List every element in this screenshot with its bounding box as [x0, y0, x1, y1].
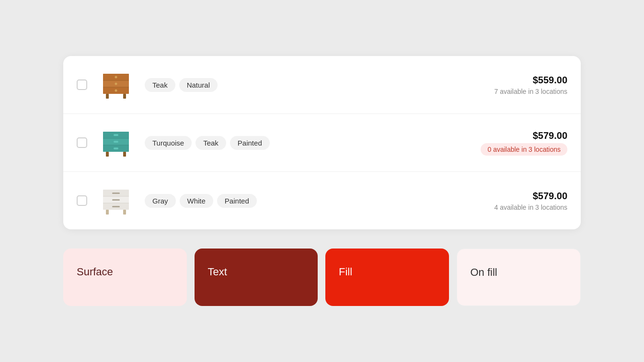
product-list: Teak Natural $559.00 7 available in 3 lo… — [63, 56, 581, 229]
svg-rect-18 — [114, 141, 118, 143]
tags-area-1: Teak Natural — [145, 78, 452, 92]
availability: 7 available in 3 locations — [462, 88, 567, 95]
svg-rect-17 — [114, 134, 118, 136]
price: $579.00 — [462, 191, 567, 202]
tag: Painted — [217, 194, 257, 208]
product-image-3 — [97, 181, 135, 220]
tag: Painted — [230, 136, 270, 150]
row-checkbox-1[interactable] — [77, 79, 87, 90]
svg-rect-29 — [112, 199, 120, 201]
price-area-1: $559.00 7 available in 3 locations — [462, 75, 567, 95]
swatch-fill-label: Fill — [339, 266, 352, 278]
svg-rect-28 — [112, 192, 120, 194]
swatch-on-fill: On fill — [457, 249, 581, 306]
swatch-text-label: Text — [208, 266, 227, 278]
swatch-surface: Surface — [63, 249, 187, 306]
tag: Gray — [145, 194, 176, 208]
svg-rect-19 — [114, 147, 118, 149]
tag: White — [180, 194, 213, 208]
tag: Natural — [179, 78, 218, 92]
price-area-2: $579.00 0 available in 3 locations — [462, 130, 567, 156]
row-checkbox-3[interactable] — [77, 195, 87, 206]
price: $559.00 — [462, 75, 567, 86]
product-image-2 — [97, 124, 135, 162]
swatch-on-fill-label: On fill — [471, 266, 497, 279]
price: $579.00 — [462, 130, 567, 141]
svg-rect-21 — [123, 152, 126, 157]
availability: 4 available in 3 locations — [462, 204, 567, 211]
product-image-1 — [97, 66, 135, 104]
tag: Teak — [196, 136, 226, 150]
table-row: Turquoise Teak Painted $579.00 0 availab… — [63, 114, 581, 172]
swatch-text: Text — [195, 249, 318, 306]
svg-rect-31 — [106, 210, 109, 215]
svg-rect-9 — [106, 94, 109, 99]
tag: Turquoise — [145, 136, 192, 150]
svg-rect-10 — [123, 94, 126, 99]
svg-point-7 — [115, 83, 117, 85]
swatches-row: Surface Text Fill On fill — [63, 249, 581, 306]
tags-area-3: Gray White Painted — [145, 194, 452, 208]
availability-badge: 0 available in 3 locations — [481, 143, 567, 156]
svg-point-6 — [115, 76, 117, 79]
tags-area-2: Turquoise Teak Painted — [145, 136, 452, 150]
svg-point-8 — [115, 90, 117, 92]
svg-rect-30 — [112, 206, 120, 207]
swatch-surface-label: Surface — [77, 266, 113, 278]
tag: Teak — [145, 78, 175, 92]
svg-rect-20 — [106, 152, 109, 157]
table-row: Teak Natural $559.00 7 available in 3 lo… — [63, 56, 581, 114]
table-row: Gray White Painted $579.00 4 available i… — [63, 172, 581, 229]
price-area-3: $579.00 4 available in 3 locations — [462, 191, 567, 211]
swatch-fill: Fill — [325, 249, 449, 306]
row-checkbox-2[interactable] — [77, 137, 87, 148]
svg-rect-32 — [123, 210, 126, 215]
